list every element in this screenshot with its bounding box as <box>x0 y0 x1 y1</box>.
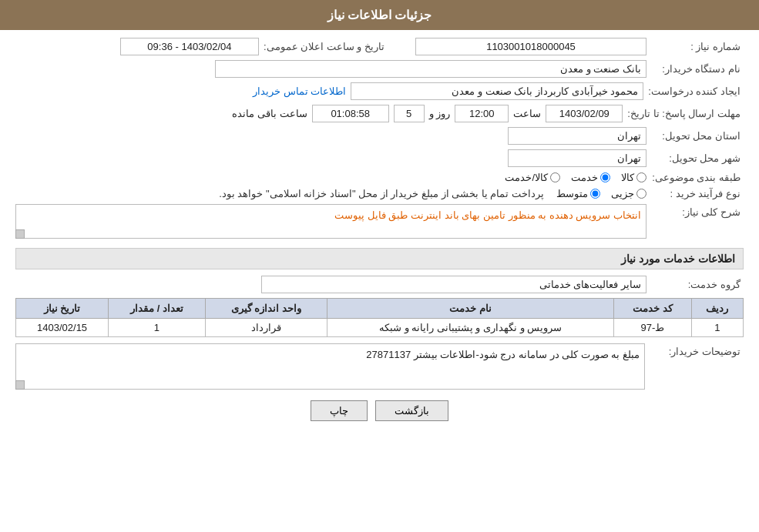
resize-handle-sharhKoli[interactable] <box>15 229 25 239</box>
row-noeFarayand: نوع فرآیند خرید : جزیی متوسط پرداخت تمام… <box>15 188 744 199</box>
radio-motevaset-input[interactable] <box>590 189 600 199</box>
noeFarayand-radio-group: جزیی متوسط <box>556 188 646 199</box>
row-mohlat: مهلت ارسال پاسخ: تا تاریخ: 1403/02/09 سا… <box>15 105 744 122</box>
row-shomareNiaz: شماره نیاز : 1103001018000045 تاریخ و سا… <box>15 38 744 55</box>
row-tozihat: توضیحات خریدار: مبلغ به صورت کلی در ساما… <box>15 343 744 390</box>
field-mohlatSaat: 12:00 <box>455 105 509 122</box>
row-tabaghe: طبقه بندی موضوعی: کالا خدمت کالا/خدمت <box>15 172 744 183</box>
sharhKoli-value: انتخاب سرویس دهنده به منظور تامین بهای ب… <box>334 209 641 221</box>
field-geroheKhadamat: سایر فعالیت‌های خدماتی <box>261 276 646 293</box>
label-tozihat: توضیحات خریدار: <box>651 343 744 357</box>
resize-handle-tozihat[interactable] <box>15 380 25 390</box>
cell-namKhadamat: سرویس و نگهداری و پشتیبانی رایانه و شبکه <box>327 319 614 337</box>
main-content: شماره نیاز : 1103001018000045 تاریخ و سا… <box>0 30 759 437</box>
radio-khadamat-input[interactable] <box>600 172 610 182</box>
label-mohlatMandeh: ساعت باقی مانده <box>232 108 307 119</box>
btn-row: بازگشت چاپ <box>15 400 744 421</box>
services-table-head: ردیف کد خدمت نام خدمت واحد اندازه گیری ت… <box>16 299 744 319</box>
tozihat-value: مبلغ به صورت کلی در سامانه درج شود-اطلاع… <box>366 349 640 360</box>
label-noeFarayand: نوع فرآیند خرید : <box>651 188 744 199</box>
col-kodKhadamat: کد خدمت <box>614 299 691 319</box>
field-mohlatMandeh: 01:08:58 <box>312 105 389 122</box>
label-ostan: استان محل تحویل: <box>651 130 744 142</box>
cell-radif: 1 <box>691 319 743 337</box>
radio-kala-khadamat-label: کالا/خدمت <box>505 172 548 183</box>
radio-kala-khadamat-input[interactable] <box>550 172 560 182</box>
label-geroheKhadamat: گروه خدمت: <box>651 279 744 290</box>
field-ijadKaranda: محمود خیرآبادی کاربرداز بانک صنعت و معدن <box>351 82 643 100</box>
radio-kala[interactable]: کالا <box>621 172 646 183</box>
field-mohlatDate: 1403/02/09 <box>546 105 623 122</box>
radio-jozi[interactable]: جزیی <box>611 188 646 199</box>
row-ostan: استان محل تحویل: تهران <box>15 127 744 145</box>
label-ijadKaranda: ایجاد کننده درخواست: <box>648 85 744 97</box>
radio-jozi-input[interactable] <box>636 189 646 199</box>
page-header: جزئیات اطلاعات نیاز <box>0 0 759 30</box>
cell-vahed: قرارداد <box>205 319 327 337</box>
radio-jozi-label: جزیی <box>611 188 634 199</box>
label-mohlatSaat: ساعت <box>513 108 541 119</box>
col-namKhadamat: نام خدمت <box>327 299 614 319</box>
services-table: ردیف کد خدمت نام خدمت واحد اندازه گیری ت… <box>15 298 744 337</box>
radio-kala-label: کالا <box>621 172 634 183</box>
radio-kala-khadamat[interactable]: کالا/خدمت <box>505 172 560 183</box>
label-shomareNiaz: شماره نیاز : <box>651 41 744 52</box>
row-geroheKhadamat: گروه خدمت: سایر فعالیت‌های خدماتی <box>15 276 744 293</box>
col-radif: ردیف <box>691 299 743 319</box>
label-sharhKoli: شرح کلی نیاز: <box>651 204 744 218</box>
back-button[interactable]: بازگشت <box>375 400 448 421</box>
noeFarayand-text: پرداخت تمام یا بخشی از مبلغ خریدار از مح… <box>219 188 544 199</box>
field-tozihat: مبلغ به صورت کلی در سامانه درج شود-اطلاع… <box>15 343 645 390</box>
cell-kodKhadamat: ط-97 <box>614 319 691 337</box>
field-shahr: تهران <box>508 149 646 167</box>
label-namDastgah: نام دستگاه خریدار: <box>651 63 744 75</box>
page-title: جزئیات اطلاعات نیاز <box>327 8 432 22</box>
row-ijadKaranda: ایجاد کننده درخواست: محمود خیرآبادی کارب… <box>15 82 744 100</box>
field-tarikh: 1403/02/04 - 09:36 <box>120 38 259 55</box>
radio-khadamat-label: خدمت <box>571 172 598 183</box>
section-khadamat: اطلاعات خدمات مورد نیاز <box>15 248 744 269</box>
tabaghe-radio-group: کالا خدمت کالا/خدمت <box>505 172 646 183</box>
radio-motevaset-label: متوسط <box>556 188 588 199</box>
row-namDastgah: نام دستگاه خریدار: بانک صنعت و معدن <box>15 60 744 78</box>
label-tarikh: تاریخ و ساعت اعلان عمومی: <box>264 41 388 52</box>
radio-motevaset[interactable]: متوسط <box>556 188 600 199</box>
row-sharhKoli: شرح کلی نیاز: انتخاب سرویس دهنده به منظو… <box>15 204 744 239</box>
col-tarikh: تاریخ نیاز <box>16 299 109 319</box>
radio-khadamat[interactable]: خدمت <box>571 172 610 183</box>
services-table-header-row: ردیف کد خدمت نام خدمت واحد اندازه گیری ت… <box>16 299 744 319</box>
link-ettelaatTamas[interactable]: اطلاعات تماس خریدار <box>253 85 346 97</box>
field-shomareNiaz: 1103001018000045 <box>415 38 646 55</box>
table-row: 1 ط-97 سرویس و نگهداری و پشتیبانی رایانه… <box>16 319 744 337</box>
field-namDastgah: بانک صنعت و معدن <box>215 60 646 78</box>
field-ostan: تهران <box>508 127 646 145</box>
cell-tedad: 1 <box>109 319 206 337</box>
page-container: جزئیات اطلاعات نیاز شماره نیاز : 1103001… <box>0 0 759 532</box>
field-sharhKoli: انتخاب سرویس دهنده به منظور تامین بهای ب… <box>15 204 646 239</box>
radio-kala-input[interactable] <box>636 172 646 182</box>
services-table-body: 1 ط-97 سرویس و نگهداری و پشتیبانی رایانه… <box>16 319 744 337</box>
field-mohlatRoz: 5 <box>394 105 425 122</box>
print-button[interactable]: چاپ <box>311 400 368 421</box>
label-tabaghe: طبقه بندی موضوعی: <box>651 172 744 183</box>
row-shahr: شهر محل تحویل: تهران <box>15 149 744 167</box>
cell-tarikh: 1403/02/15 <box>16 319 109 337</box>
col-vahed: واحد اندازه گیری <box>205 299 327 319</box>
label-shahr: شهر محل تحویل: <box>651 152 744 164</box>
col-tedad: تعداد / مقدار <box>109 299 206 319</box>
label-mohlat: مهلت ارسال پاسخ: تا تاریخ: <box>627 108 744 119</box>
label-mohlatRoz: روز و <box>429 108 451 119</box>
